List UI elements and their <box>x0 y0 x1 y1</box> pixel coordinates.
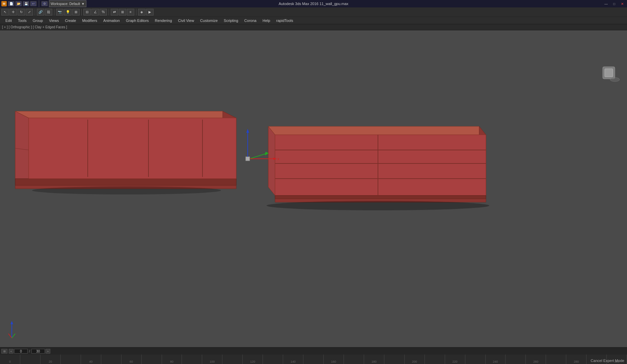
ruler-tick-190[interactable] <box>384 355 405 364</box>
ruler-tick-160[interactable]: 160 <box>324 355 344 364</box>
total-frames-input[interactable] <box>31 349 45 354</box>
ruler-tick-0[interactable]: 0 <box>0 355 20 364</box>
app-icon: M <box>1 1 7 6</box>
tool-mirror[interactable]: ⇄ <box>111 9 118 16</box>
ruler-tick-280[interactable]: 280 <box>566 355 587 364</box>
svg-marker-3 <box>15 179 236 185</box>
ruler-tick-260[interactable]: 260 <box>526 355 546 364</box>
frame-separator: / <box>28 350 31 353</box>
ruler-tick-140[interactable]: 140 <box>283 355 303 364</box>
tool-rotate[interactable]: ↻ <box>18 9 25 16</box>
info-bar: [ + ] [ Orthographic ] [ Clay + Edged Fa… <box>0 24 627 30</box>
ruler-tick-20[interactable]: 20 <box>40 355 61 364</box>
menu-item-customize[interactable]: Customize <box>197 17 220 24</box>
svg-marker-13 <box>275 135 486 195</box>
ruler-tick-40[interactable]: 40 <box>81 355 101 364</box>
tool-material[interactable]: ◈ <box>138 9 145 16</box>
tool-scale[interactable]: ⤢ <box>26 9 33 16</box>
frame-forward-btn[interactable]: > <box>46 349 50 354</box>
close-btn[interactable]: ✕ <box>619 1 626 6</box>
dropdown-arrow: ▼ <box>81 2 85 6</box>
viewport-3d[interactable]: x <box>0 30 627 347</box>
ruler-tick-210[interactable] <box>425 355 445 364</box>
svg-line-25 <box>250 153 267 159</box>
ruler-tick-10[interactable] <box>20 355 40 364</box>
svg-rect-22 <box>246 157 250 161</box>
menu-bar: EditToolsGroupViewsCreateModifiersAnimat… <box>0 17 627 24</box>
menu-item-group[interactable]: Group <box>30 17 46 24</box>
menu-item-rapidtools[interactable]: rapidTools <box>274 17 296 24</box>
title-bar-right: — □ ✕ <box>603 1 626 6</box>
tool-snap[interactable]: ⊟ <box>83 9 91 16</box>
menu-item-views[interactable]: Views <box>46 17 61 24</box>
save-file-btn[interactable]: 💾 <box>23 1 29 6</box>
ruler-tick-30[interactable] <box>61 355 81 364</box>
tool-helper[interactable]: ⊞ <box>72 9 80 16</box>
main-toolbar: ↖ ✛ ↻ ⤢ 🔗 ⛓ 📷 💡 ⊞ ⊟ ∠ % ⇄ ⊞ ≡ ◈ ▶ <box>0 7 627 17</box>
menu-item-edit[interactable]: Edit <box>3 17 15 24</box>
ruler-tick-170[interactable] <box>344 355 364 364</box>
settings-btn[interactable]: ⚙ <box>42 1 48 6</box>
open-file-btn[interactable]: 📂 <box>16 1 22 6</box>
ruler-bar: 0204060801001201401601802002202402602803… <box>0 355 627 364</box>
menu-item-civil-view[interactable]: Civil View <box>175 17 197 24</box>
sep5 <box>136 9 136 16</box>
svg-marker-11 <box>268 126 275 195</box>
tool-array[interactable]: ⊞ <box>119 9 126 16</box>
ruler-tick-60[interactable]: 60 <box>121 355 142 364</box>
cancel-expert-mode[interactable]: Cancel Expert Mode <box>591 359 624 363</box>
ruler-tick-70[interactable] <box>142 355 162 364</box>
ruler-tick-150[interactable] <box>303 355 324 364</box>
restore-btn[interactable]: □ <box>611 1 618 6</box>
tool-select[interactable]: ↖ <box>1 9 9 16</box>
undo-btn[interactable]: ↩ <box>30 1 36 6</box>
menu-item-corona[interactable]: Corona <box>242 17 259 24</box>
tool-link[interactable]: 🔗 <box>37 9 44 16</box>
tool-percent[interactable]: % <box>100 9 107 16</box>
ruler-tick-230[interactable] <box>465 355 486 364</box>
minimize-btn[interactable]: — <box>603 1 609 6</box>
menu-item-tools[interactable]: Tools <box>15 17 29 24</box>
ruler-tick-240[interactable]: 240 <box>486 355 506 364</box>
title-bar: M 📄 📂 💾 ↩ ⚙ Workspace: Default ▼ Autodes… <box>0 0 627 7</box>
tool-camera[interactable]: 📷 <box>56 9 63 16</box>
tool-unlink[interactable]: ⛓ <box>45 9 52 16</box>
ruler-tick-110[interactable] <box>222 355 243 364</box>
ruler-tick-80[interactable]: 80 <box>162 355 182 364</box>
tool-light[interactable]: 💡 <box>64 9 72 16</box>
ruler-tick-250[interactable] <box>506 355 526 364</box>
timeline-icon[interactable]: ⊟ <box>1 349 7 354</box>
current-frame-input[interactable] <box>14 349 28 354</box>
tool-move[interactable]: ✛ <box>9 9 17 16</box>
menu-item-scripting[interactable]: Scripting <box>221 17 241 24</box>
ruler-tick-180[interactable]: 180 <box>364 355 384 364</box>
svg-marker-34 <box>10 321 13 324</box>
menu-item-help[interactable]: Help <box>260 17 273 24</box>
ruler-tick-50[interactable] <box>101 355 121 364</box>
svg-marker-5 <box>29 118 236 179</box>
timebar-ruler[interactable]: 0204060801001201401601802002202402602803… <box>0 355 627 364</box>
menu-item-animation[interactable]: Animation <box>101 17 122 24</box>
ruler-tick-100[interactable]: 100 <box>202 355 222 364</box>
frame-back-btn[interactable]: < <box>9 349 13 354</box>
svg-marker-0 <box>15 111 236 118</box>
menu-item-create[interactable]: Create <box>62 17 79 24</box>
tool-angle[interactable]: ∠ <box>91 9 99 16</box>
svg-marker-14 <box>275 195 486 199</box>
ruler-tick-200[interactable]: 200 <box>405 355 425 364</box>
ruler-tick-220[interactable]: 220 <box>445 355 465 364</box>
ruler-tick-130[interactable] <box>263 355 283 364</box>
workspace-dropdown[interactable]: Workspace: Default ▼ <box>49 0 86 7</box>
tool-render[interactable]: ▶ <box>146 9 154 16</box>
ruler-tick-90[interactable] <box>182 355 202 364</box>
menu-item-rendering[interactable]: Rendering <box>152 17 175 24</box>
ruler-tick-120[interactable]: 120 <box>243 355 263 364</box>
title-bar-left: M 📄 📂 💾 ↩ ⚙ Workspace: Default ▼ <box>1 0 86 7</box>
scene-svg: x <box>0 30 627 347</box>
svg-line-35 <box>8 334 12 338</box>
menu-item-modifiers[interactable]: Modifiers <box>79 17 100 24</box>
new-file-btn[interactable]: 📄 <box>8 1 14 6</box>
menu-item-graph-editors[interactable]: Graph Editors <box>123 17 152 24</box>
ruler-tick-270[interactable] <box>546 355 566 364</box>
tool-align[interactable]: ≡ <box>127 9 134 16</box>
